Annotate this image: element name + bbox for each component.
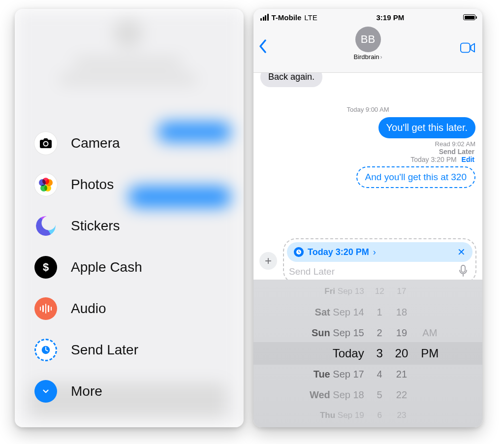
photos-icon xyxy=(34,173,57,196)
conversation-scroll[interactable]: Back again. Today 9:00 AM You'll get thi… xyxy=(253,73,482,232)
audio-icon xyxy=(34,297,57,320)
chevron-right-icon: › xyxy=(380,54,382,61)
apple-cash-icon: $ xyxy=(34,256,57,279)
apps-menu-sheet-screenshot: Camera Photos Stickers $ Apple Cash Audi… xyxy=(15,9,244,427)
dictate-button[interactable] xyxy=(459,265,468,279)
svg-rect-1 xyxy=(461,43,470,52)
message-outgoing: You'll get this later. xyxy=(378,117,475,138)
message-incoming: Back again. xyxy=(260,73,322,87)
avatar: BB xyxy=(355,27,381,52)
message-input[interactable]: Send Later xyxy=(289,266,453,277)
menu-item-audio[interactable]: Audio xyxy=(34,297,224,320)
contact-name-label: Birdbrain xyxy=(353,53,379,61)
menu-item-label: Photos xyxy=(71,177,114,192)
menu-item-label: Camera xyxy=(71,135,120,151)
menu-item-camera[interactable]: Camera xyxy=(34,132,224,155)
back-button[interactable] xyxy=(258,39,275,56)
menu-item-send-later[interactable]: Send Later xyxy=(34,339,224,361)
status-bar: T-Mobile LTE 3:19 PM xyxy=(253,9,482,26)
send-later-title: Send Later xyxy=(439,148,474,156)
menu-item-label: More xyxy=(71,383,102,399)
read-receipt: Read 9:02 AM xyxy=(435,140,475,148)
carrier-label: T-Mobile xyxy=(272,13,302,22)
send-later-time: Today 3:20 PM xyxy=(410,156,456,163)
conversation-header: BB Birdbrain› xyxy=(253,26,482,73)
plus-button[interactable]: + xyxy=(259,252,277,270)
chevron-right-icon: › xyxy=(373,247,376,257)
menu-item-stickers[interactable]: Stickers xyxy=(34,215,224,237)
network-label: LTE xyxy=(304,13,317,22)
menu-item-label: Stickers xyxy=(71,218,120,234)
menu-item-label: Audio xyxy=(71,301,106,317)
message-scheduled: And you'll get this at 320 xyxy=(356,166,475,188)
clear-schedule-button[interactable]: ✕ xyxy=(457,246,466,258)
menu-item-photos[interactable]: Photos xyxy=(34,173,224,196)
svg-rect-3 xyxy=(461,265,465,272)
menu-item-label: Send Later xyxy=(71,342,138,358)
apps-menu-list: Camera Photos Stickers $ Apple Cash Audi… xyxy=(34,132,224,403)
compose-bar: + Today 3:20 PM › ✕ Send Later xyxy=(253,232,482,280)
send-later-meta: Send Later Today 3:20 PM Edit xyxy=(260,148,475,163)
clock-icon xyxy=(294,247,304,257)
schedule-pill-label: Today 3:20 PM xyxy=(308,247,369,257)
menu-item-more[interactable]: More xyxy=(34,380,224,403)
camera-icon xyxy=(34,132,57,155)
clock: 3:19 PM xyxy=(377,13,405,22)
signal-icon xyxy=(260,14,269,21)
stickers-icon xyxy=(34,215,57,237)
contact-info[interactable]: BB Birdbrain› xyxy=(353,27,382,61)
messages-conversation-screenshot: T-Mobile LTE 3:19 PM BB Birdbrain› Back … xyxy=(253,9,482,427)
edit-schedule-button[interactable]: Edit xyxy=(462,156,474,163)
send-later-icon xyxy=(34,339,57,361)
menu-item-label: Apple Cash xyxy=(71,259,142,275)
schedule-pill[interactable]: Today 3:20 PM › ✕ xyxy=(287,242,472,262)
menu-item-apple-cash[interactable]: $ Apple Cash xyxy=(34,256,224,279)
compose-pill: Today 3:20 PM › ✕ Send Later xyxy=(283,238,476,284)
battery-icon xyxy=(463,14,475,20)
facetime-button[interactable] xyxy=(458,40,477,55)
more-icon xyxy=(34,380,57,403)
datetime-picker[interactable]: Thu Sep 11Fri Sep 13Sat Sep 14Sun Sep 15… xyxy=(253,280,482,427)
timestamp: Today 9:00 AM xyxy=(260,106,475,113)
